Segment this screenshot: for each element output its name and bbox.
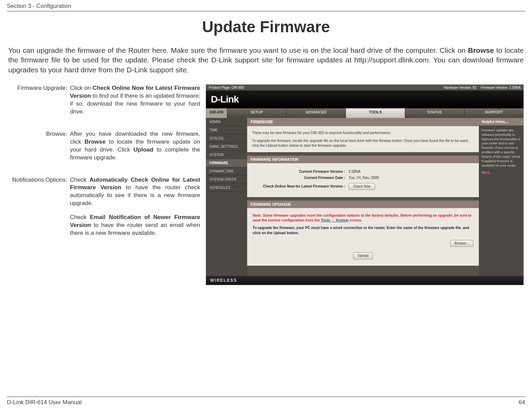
ss-side-schedules[interactable]: SCHEDULES [206, 184, 247, 192]
ss-upgrade-note-2: To upgrade the firmware, your PC must ha… [253, 225, 473, 235]
ss-hints: Helpful Hints... Firmware updates are re… [479, 118, 523, 276]
screenshot-column: Product Page: DIR-655 Hardware Version: … [206, 84, 524, 285]
ss-panel-text-1: There may be new firmware for your DIR-6… [252, 130, 474, 135]
ss-info-k3: Check Online Now for Latest Firmware Ver… [253, 184, 349, 189]
ss-side-time[interactable]: TIME [206, 126, 247, 134]
ss-tab-status[interactable]: STATUS [405, 108, 464, 118]
ss-btn-check-now[interactable]: Check Now [349, 183, 375, 190]
ss-info-body: Current Firmware Version : 2.00NA Curren… [247, 163, 479, 197]
txt: Check [70, 177, 89, 183]
definitions-column: Firmware Upgrade: Click on Check Online … [8, 84, 200, 285]
ss-side-admin[interactable]: ADMIN [206, 118, 247, 126]
ss-side-syslog[interactable]: SYSLOG [206, 134, 247, 143]
section-header: Section 3 - Configuration [7, 0, 525, 11]
header-rule [7, 11, 525, 11]
page-title: Update Firmware [7, 17, 525, 36]
txt: Click on [70, 85, 93, 91]
body-browse: After you have downloaded the new firmwa… [70, 130, 200, 168]
body-firmware-upgrade: Click on Check Online Now for Latest Fir… [70, 84, 200, 122]
ss-topbar: Product Page: DIR-655 Hardware Version: … [206, 85, 523, 91]
ss-tab-support[interactable]: SUPPORT [464, 108, 523, 118]
ss-tab-setup[interactable]: SETUP [227, 108, 286, 118]
ss-side-system[interactable]: SYSTEM [206, 151, 247, 159]
ss-side-firmware[interactable]: FIRMWARE [206, 159, 247, 167]
ss-sidebar: ADMIN TIME SYSLOG EMAIL SETTINGS SYSTEM … [206, 118, 247, 276]
ss-info-v1: 2.00NA [349, 169, 361, 174]
ss-info-k1: Current Firmware Version : [253, 169, 349, 174]
txt: Check [70, 214, 90, 220]
label-browse: Browse: [8, 130, 70, 168]
ss-logo-bar: D-Link [206, 91, 523, 108]
ss-side-email[interactable]: EMAIL SETTINGS [206, 143, 247, 151]
ss-wireless-bar: WIRELESS [206, 276, 523, 285]
ss-btn-browse[interactable]: Browse... [450, 240, 473, 247]
page-footer: D-Link DIR-614 User Manual 64 [7, 397, 525, 406]
ss-main: FIRMWARE There may be new firmware for y… [247, 118, 479, 276]
txt: screen. [349, 218, 362, 222]
ss-info-k2: Current Firmware Date : [253, 175, 349, 180]
ss-upgrade-body: Note: Some firmware upgrades reset the c… [247, 208, 479, 266]
ss-btn-upload[interactable]: Upload [353, 252, 373, 260]
ss-model-tab: DIR-655 [206, 108, 227, 118]
ss-nav-row: DIR-655 SETUP ADVANCED TOOLS STATUS SUPP… [206, 108, 523, 118]
ss-hints-more[interactable]: More... [482, 170, 492, 175]
ss-hints-body: Firmware updates are released periodical… [482, 128, 520, 167]
ss-side-ddns[interactable]: DYNAMIC DNS [206, 167, 247, 176]
ss-tab-advanced[interactable]: ADVANCED [286, 108, 346, 118]
ss-link-tools-system[interactable]: Tools → System [321, 218, 349, 222]
footer-page-number: 64 [519, 399, 525, 406]
footer-manual-name: D-Link DIR-614 User Manual [7, 399, 82, 406]
ss-info-v2: Tue, 24, Nov, 2009 [349, 175, 379, 180]
ss-upgrade-note-1: Note: Some firmware upgrades reset the c… [253, 213, 473, 222]
ss-hints-title: Helpful Hints... [479, 118, 523, 125]
ss-upgrade-title: FIRMWARE UPGRADE [247, 201, 479, 208]
ss-panel-text-2: To upgrade the firmware, locate the upgr… [252, 138, 474, 148]
ss-tab-tools[interactable]: TOOLS [346, 108, 405, 118]
body-notifications: Check Automatically Check Online for Lat… [70, 176, 200, 244]
bold-browse: Browse [85, 138, 106, 145]
intro-text-1: You can upgrade the firmware of the Rout… [8, 46, 468, 54]
ss-panel-title-firmware: FIRMWARE [247, 118, 479, 126]
label-firmware-upgrade: Firmware Upgrade: [8, 84, 70, 122]
router-screenshot: Product Page: DIR-655 Hardware Version: … [206, 84, 524, 285]
intro-paragraph: You can upgrade the firmware of the Rout… [8, 46, 524, 75]
ss-hw-version: Hardware Version: B1 [444, 86, 477, 89]
bold-upload: Upload [134, 146, 154, 153]
dlink-logo: D-Link [211, 94, 239, 105]
ss-info-title: FIRMWARE INFORMATION [247, 156, 479, 163]
ss-panel-body-firmware: There may be new firmware for your DIR-6… [247, 126, 479, 152]
ss-fw-version: Firmware Version: 2.00NA [481, 86, 521, 89]
ss-product-page: Product Page: DIR-655 [209, 86, 244, 89]
footer-rule [7, 397, 525, 397]
label-notifications: Notifications Options: [8, 176, 70, 244]
intro-bold-browse: Browse [468, 46, 494, 54]
ss-side-syscheck[interactable]: SYSTEM CHECK [206, 176, 247, 184]
